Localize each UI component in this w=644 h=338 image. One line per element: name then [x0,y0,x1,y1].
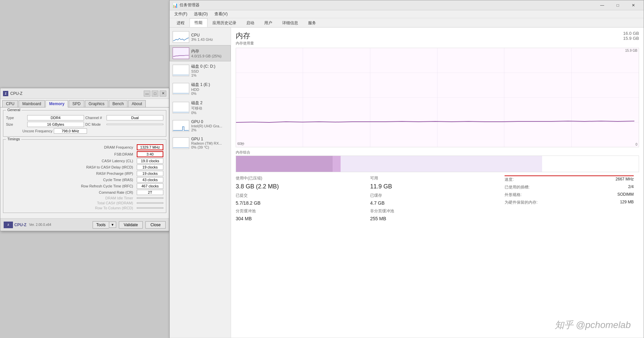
timing-value-3: 19 clocks [137,165,163,170]
cpuz-version: Ver. 2.00.0.x64 [29,223,51,227]
disk0-desc2: 1% [191,73,215,77]
sidebar-item-gpu0[interactable]: GPU 0 Intel(R) UHD Gra... 2% [170,117,231,134]
menu-options[interactable]: 选项(O) [191,11,210,18]
timing-label-5: Cycle Time (tRAS) [6,178,136,182]
stat-available-label: 可用 [370,175,378,181]
taskmgr-icon: 📊 [172,3,178,8]
disk0-name: 磁盘 0 (C: D:) [191,64,215,69]
stat-reserved: 为硬件保留的内存: 129 MB [505,200,634,205]
cpuz-tab-mainboard[interactable]: Mainboard [19,100,45,107]
cpuz-tab-memory[interactable]: Memory [45,100,68,107]
cpu-name: CPU [191,33,213,37]
timing-label-3: RAS# to CAS# Delay (tRCD) [6,165,136,169]
sidebar-item-disk2[interactable]: 磁盘 2 可移动 0% [170,98,231,117]
cpuz-footer-icon: Z [4,222,13,228]
general-group: General Type DDR4 Channel # Dual Size 16… [3,110,166,137]
graph-label-bottom-right: 0 [635,143,637,146]
cpuz-tools-label[interactable]: Tools [93,221,109,229]
cpuz-tab-graphics[interactable]: Graphics [85,100,108,107]
sidebar-item-cpu[interactable]: CPU 3% 1.43 GHz [170,29,231,45]
mem-composition-label: 内存组合 [236,150,639,155]
timing-value-4: 19 clocks [137,171,163,176]
sidebar-disk0-chart [173,65,189,76]
taskmgr-close-btn[interactable]: ✕ [626,0,641,10]
size-label: Size [6,122,26,126]
size-value: 16 GBytes [27,122,84,127]
general-content: Type DDR4 Channel # Dual Size 16 GBytes … [3,110,166,136]
sidebar-item-gpu1[interactable]: GPU 1 Radeon (TM) RX... 0% (39 °C) [170,134,231,152]
cpuz-tab-spd[interactable]: SPD [69,100,84,107]
mem-in-use-label: 内存使用量 [236,41,254,46]
general-grid: Type DDR4 Channel # Dual Size 16 GBytes … [6,115,163,127]
timing-value-9 [137,202,163,204]
taskmgr-maximize-btn[interactable]: □ [610,0,625,10]
mem-comp-in-use [236,156,333,172]
sidebar-gpu0-header: GPU 0 Intel(R) UHD Gra... 2% [173,119,228,132]
tab-users[interactable]: 用户 [259,19,277,27]
stat-slots-label: 已使用的插槽: [505,184,529,190]
tab-startup[interactable]: 启动 [241,19,259,27]
stat-paged-value: 304 MB [236,216,365,221]
timings-group: Timings DRAM Frequency 1329.7 MHz FSB:DR… [3,139,166,213]
cpuz-window: Z CPU-Z — □ ✕ CPU Mainboard Memory SPD G… [0,88,169,231]
sidebar-item-disk1[interactable]: 磁盘 1 (E:) HDD 0% [170,80,231,98]
cpuz-validate-btn[interactable]: Validate [119,221,143,229]
cpuz-tools-button[interactable]: Tools ▼ [93,221,116,229]
stat-available-value: 11.9 GB [370,183,499,190]
tab-services[interactable]: 服务 [303,19,321,27]
mem-title: 内存 [236,31,254,41]
taskmgr-window-controls: — □ ✕ [595,0,641,10]
mem-composition-bar [236,156,639,172]
mem-total-value: 16.0 GB [623,31,639,36]
stat-paged: 分页缓冲池 [236,208,365,214]
sidebar-cpu-header: CPU 3% 1.43 GHz [173,31,228,43]
cpuz-tab-cpu[interactable]: CPU [2,100,18,107]
stat-committed-value: 5.7/18.2 GB [236,200,365,206]
menu-file[interactable]: 文件(F) [172,11,190,18]
type-value: DDR4 [27,115,84,120]
stat-non-paged-value: 255 MB [370,216,499,221]
timing-value-6: 467 clocks [137,183,163,189]
disk1-desc2: 0% [191,92,210,96]
taskmgr-titlebar: 📊 任务管理器 — □ ✕ [170,0,644,10]
tab-performance[interactable]: 性能 [190,18,207,27]
tab-details[interactable]: 详细信息 [277,19,303,27]
cpuz-close-btn[interactable]: ✕ [160,91,166,97]
sidebar-disk0-info: 磁盘 0 (C: D:) SSD 1% [191,64,215,77]
sidebar-disk2-info: 磁盘 2 可移动 0% [191,100,202,115]
sidebar-item-disk0[interactable]: 磁盘 0 (C: D:) SSD 1% [170,61,231,80]
stat-reserved-value: 129 MB [620,200,634,205]
stat-form: 外形规格: SODIMM [505,192,634,198]
timing-value-7: 2T [137,190,163,195]
disk1-name: 磁盘 1 (E:) [191,82,210,88]
memory-desc: 4.0/15.9 GB (25%) [191,54,221,58]
cpuz-tools-arrow[interactable]: ▼ [109,222,116,228]
cpuz-tab-bench[interactable]: Bench [109,100,127,107]
sidebar-memory-header: 内存 4.0/15.9 GB (25%) [173,47,228,59]
sidebar-item-memory[interactable]: 内存 4.0/15.9 GB (25%) [170,45,231,61]
disk2-name: 磁盘 2 [191,100,202,106]
menu-view[interactable]: 查看(V) [212,11,230,18]
taskmgr-minimize-btn[interactable]: — [595,0,610,10]
tab-app-history[interactable]: 应用历史记录 [207,19,241,27]
cpuz-tab-about[interactable]: About [128,100,146,107]
cpuz-close-btn[interactable]: Close [145,221,166,229]
mem-max-label: 15.9 GB [623,36,639,41]
timings-content: DRAM Frequency 1329.7 MHz FSB:DRAM 3:40 … [3,140,166,213]
tab-process[interactable]: 进程 [172,19,190,27]
sidebar-disk1-info: 磁盘 1 (E:) HDD 0% [191,82,210,96]
disk0-desc: SSD [191,69,215,73]
timing-label-7: Command Rate (CR) [6,190,136,194]
cpuz-body: General Type DDR4 Channel # Dual Size 16… [0,107,169,218]
mem-stats: 使用中(已压缩) 3.8 GB (2.2 MB) 已提交 5.7/18.2 GB… [236,175,639,221]
stat-non-paged: 非分页缓冲池 [370,208,499,214]
cpuz-restore-btn[interactable]: □ [152,91,158,97]
timings-group-title: Timings [6,137,21,141]
stat-non-paged-label: 非分页缓冲池 [370,208,394,214]
gpu0-desc: Intel(R) UHD Gra... [191,124,222,128]
sidebar-cpu-chart [173,31,189,43]
cpuz-minimize-btn[interactable]: — [144,91,150,97]
channel-value: Dual [107,115,163,120]
mem-stat-col-1: 使用中(已压缩) 3.8 GB (2.2 MB) 已提交 5.7/18.2 GB… [236,175,370,221]
timing-value-8 [137,197,163,199]
